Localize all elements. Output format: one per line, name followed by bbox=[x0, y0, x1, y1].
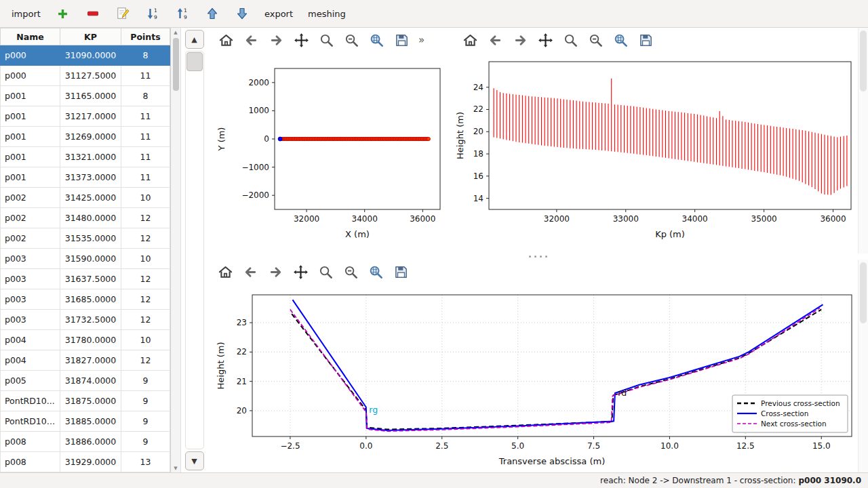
cell-name[interactable]: p008 bbox=[1, 432, 60, 452]
column-header-points[interactable]: Points bbox=[121, 28, 170, 45]
cell-name[interactable]: PontRD101v bbox=[1, 411, 60, 432]
table-row[interactable]: p00831929.000013 bbox=[1, 452, 170, 472]
cell-kp[interactable]: 31875.0000 bbox=[60, 391, 121, 411]
cell-points[interactable]: 9 bbox=[121, 391, 170, 411]
cell-name[interactable]: p000 bbox=[1, 66, 60, 86]
column-header-kp[interactable]: KP bbox=[60, 28, 121, 45]
cell-kp[interactable]: 31780.0000 bbox=[60, 330, 121, 350]
cell-points[interactable]: 10 bbox=[121, 249, 170, 269]
zoom-selection-button[interactable] bbox=[367, 30, 386, 49]
xsection-canvas[interactable]: −2.50.02.55.07.510.012.515.020212223Tran… bbox=[209, 284, 859, 476]
cell-kp[interactable]: 31127.5000 bbox=[60, 66, 121, 86]
zoom-original-button[interactable] bbox=[586, 30, 605, 49]
bottom-figure-scrollbar-thumb[interactable] bbox=[860, 262, 867, 323]
cell-name[interactable]: p002 bbox=[1, 208, 60, 228]
plan-canvas[interactable]: 320003400036000200010000−1000−2000X (m)Y… bbox=[210, 52, 448, 251]
table-row[interactable]: p00331637.500012 bbox=[1, 269, 170, 289]
cell-name[interactable]: p001 bbox=[1, 86, 60, 106]
cell-name[interactable]: p004 bbox=[1, 330, 60, 350]
scroll-up-icon[interactable]: ▲ bbox=[172, 28, 180, 37]
move-up-button[interactable] bbox=[199, 3, 226, 24]
cell-points[interactable]: 9 bbox=[121, 411, 170, 432]
back-button[interactable] bbox=[486, 30, 505, 49]
cell-name[interactable]: p004 bbox=[1, 350, 60, 371]
table-row[interactable]: p00031127.500011 bbox=[1, 66, 170, 86]
scroll-down-icon[interactable]: ▼ bbox=[172, 464, 180, 472]
cell-kp[interactable]: 31425.0000 bbox=[60, 188, 121, 208]
cell-kp[interactable]: 31886.0000 bbox=[60, 432, 121, 452]
cell-kp[interactable]: 31321.0000 bbox=[60, 147, 121, 167]
cell-kp[interactable]: 31480.0000 bbox=[60, 208, 121, 228]
pan-button[interactable] bbox=[536, 30, 555, 49]
cell-points[interactable]: 11 bbox=[121, 66, 170, 86]
cell-kp[interactable]: 31732.5000 bbox=[60, 310, 121, 330]
panel-scroll-down-button[interactable]: ▼ bbox=[185, 451, 204, 470]
table-row[interactable]: p00431827.000012 bbox=[1, 350, 170, 371]
cell-name[interactable]: p001 bbox=[1, 106, 60, 127]
zoom-original-button[interactable] bbox=[341, 262, 360, 281]
cell-name[interactable]: p001 bbox=[1, 127, 60, 147]
cell-name[interactable]: p005 bbox=[1, 371, 60, 391]
panel-scroll-up-button[interactable]: ▲ bbox=[185, 30, 204, 49]
cell-points[interactable]: 11 bbox=[121, 167, 170, 188]
cell-name[interactable]: p003 bbox=[1, 289, 60, 310]
cell-kp[interactable]: 31685.0000 bbox=[60, 289, 121, 310]
table-row[interactable]: p00431780.000010 bbox=[1, 330, 170, 350]
zoom-button[interactable] bbox=[317, 30, 336, 49]
zoom-selection-button[interactable] bbox=[366, 262, 385, 281]
remove-cross-section-button[interactable] bbox=[79, 3, 106, 24]
table-row[interactable]: p00231425.000010 bbox=[1, 188, 170, 208]
save-button[interactable] bbox=[391, 262, 410, 281]
table-scrollbar[interactable]: ▲ ▼ bbox=[171, 28, 181, 472]
save-button[interactable] bbox=[636, 30, 655, 49]
cell-name[interactable]: p003 bbox=[1, 269, 60, 289]
cell-kp[interactable]: 31535.0000 bbox=[60, 228, 121, 249]
cell-name[interactable]: p003 bbox=[1, 249, 60, 269]
cell-points[interactable]: 9 bbox=[121, 432, 170, 452]
forward-button[interactable] bbox=[266, 262, 285, 281]
cell-points[interactable]: 11 bbox=[121, 106, 170, 127]
zoom-selection-button[interactable] bbox=[611, 30, 630, 49]
cell-kp[interactable]: 31373.0000 bbox=[60, 167, 121, 188]
cell-points[interactable]: 12 bbox=[121, 269, 170, 289]
table-row[interactable]: p00031090.00008 bbox=[1, 45, 170, 66]
cell-points[interactable]: 8 bbox=[121, 86, 170, 106]
zoom-original-button[interactable] bbox=[342, 30, 361, 49]
panel-scrollbar[interactable]: ▲ ▼ bbox=[181, 28, 208, 472]
sort-descending-button[interactable]: 19 bbox=[169, 3, 196, 24]
cell-name[interactable]: p002 bbox=[1, 188, 60, 208]
cell-kp[interactable]: 31874.0000 bbox=[60, 371, 121, 391]
table-row[interactable]: p00831886.00009 bbox=[1, 432, 170, 452]
cell-name[interactable]: p008 bbox=[1, 452, 60, 472]
cell-name[interactable]: p002 bbox=[1, 228, 60, 249]
pan-button[interactable] bbox=[291, 262, 310, 281]
top-figures-scrollbar[interactable] bbox=[858, 28, 868, 253]
table-row[interactable]: PontRD10...31875.00009 bbox=[1, 391, 170, 411]
meshing-button[interactable]: meshing bbox=[302, 3, 352, 24]
cell-points[interactable]: 9 bbox=[121, 371, 170, 391]
import-button[interactable]: import bbox=[5, 3, 47, 24]
table-row[interactable]: p00231535.000012 bbox=[1, 228, 170, 249]
table-row[interactable]: PontRD101v31885.00009 bbox=[1, 411, 170, 432]
table-scrollbar-thumb[interactable] bbox=[173, 38, 179, 91]
home-button[interactable] bbox=[460, 30, 479, 49]
cell-points[interactable]: 12 bbox=[121, 289, 170, 310]
home-button[interactable] bbox=[216, 30, 235, 49]
zoom-button[interactable] bbox=[316, 262, 335, 281]
table-row[interactable]: p00331685.000012 bbox=[1, 289, 170, 310]
top-figures-scrollbar-thumb[interactable] bbox=[860, 30, 867, 92]
cell-points[interactable]: 11 bbox=[121, 147, 170, 167]
panel-scrollbar-thumb[interactable] bbox=[186, 52, 203, 71]
home-button[interactable] bbox=[216, 262, 235, 281]
table-scrollbar-track[interactable] bbox=[172, 37, 180, 464]
bottom-figure-scrollbar[interactable] bbox=[858, 260, 868, 472]
cell-name[interactable]: p003 bbox=[1, 310, 60, 330]
table-row[interactable]: p00131321.000011 bbox=[1, 147, 170, 167]
zoom-button[interactable] bbox=[561, 30, 580, 49]
cell-name[interactable]: PontRD10... bbox=[1, 391, 60, 411]
back-button[interactable] bbox=[241, 262, 260, 281]
cell-kp[interactable]: 31929.0000 bbox=[60, 452, 121, 472]
cell-name[interactable]: p001 bbox=[1, 167, 60, 188]
cell-kp[interactable]: 31590.0000 bbox=[60, 249, 121, 269]
table-row[interactable]: p00131373.000011 bbox=[1, 167, 170, 188]
